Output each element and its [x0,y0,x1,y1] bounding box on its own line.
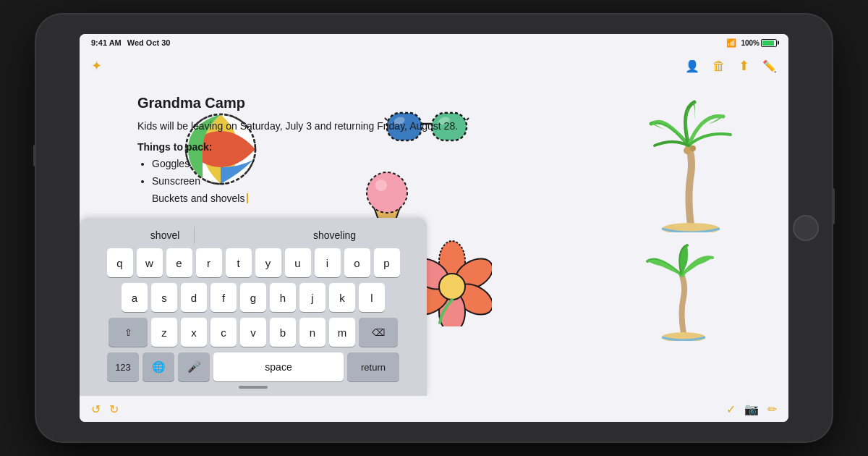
share-icon[interactable]: ⬆ [739,58,749,74]
autocomplete-bar: shovel shoveling [84,224,422,248]
note-section-title: Things to pack: [137,141,760,153]
space-key[interactable]: space [213,352,344,381]
status-bar: 9:41 AM Wed Oct 30 📶 100% [80,34,788,51]
note-title: Grandma Camp [137,95,760,111]
key-m[interactable]: m [329,318,355,347]
key-g[interactable]: g [240,283,266,312]
return-key[interactable]: return [347,352,399,381]
delete-icon[interactable]: 🗑 [712,59,726,74]
autocomplete-word-2[interactable]: shoveling [299,227,370,244]
keyboard-row-2: a s d f g h j k l [84,283,422,312]
key-s[interactable]: s [151,283,177,312]
wifi-icon: 📶 [726,38,736,48]
list-item-1: Goggles [152,156,760,173]
status-right: 📶 100% [726,38,777,48]
autocomplete-word-1[interactable]: shovel [136,227,195,244]
key-y[interactable]: y [255,248,281,277]
shift-key[interactable]: ⇧ [109,318,148,347]
keyboard-panel[interactable]: shovel shoveling q w e r t y u i o [80,218,427,396]
date-display: Wed Oct 30 [127,38,171,47]
collaborators-icon[interactable]: 👤 [685,59,699,73]
battery-indicator: 100% [741,39,777,47]
keyboard-row-1: q w e r t y u i o p [84,248,422,277]
keyboard-rows: q w e r t y u i o p a s [84,248,422,381]
note-body: Kids will be leaving on Saturday, July 3… [137,119,760,134]
numbers-key[interactable]: 123 [107,352,139,381]
key-t[interactable]: t [226,248,252,277]
text-cursor [247,193,248,203]
camera-icon[interactable]: 📷 [744,402,759,416]
battery-fill [762,41,774,46]
bottom-toolbar-left: ↺ ↻ [91,402,119,416]
home-button[interactable] [793,215,819,241]
ipad-screen: 9:41 AM Wed Oct 30 📶 100% ✦ 👤 🗑 [80,34,788,422]
content-area: Grandma Camp Kids will be leaving on Sat… [80,80,788,396]
key-o[interactable]: o [344,248,370,277]
power-button [832,188,835,224]
battery-bar [761,39,777,47]
key-b[interactable]: b [270,318,296,347]
top-toolbar: ✦ 👤 🗑 ⬆ ✏️ [80,51,788,80]
keyboard-row-4: 123 🌐 🎤 space return [84,352,422,381]
key-f[interactable]: f [210,283,237,312]
key-e[interactable]: e [166,248,192,277]
key-j[interactable]: j [299,283,326,312]
key-c[interactable]: c [210,318,237,347]
key-k[interactable]: k [329,283,355,312]
toolbar-left: ✦ [91,58,102,74]
bottom-toolbar: ↺ ↻ ✓ 📷 ✏ [80,396,788,422]
key-h[interactable]: h [270,283,296,312]
toolbar-right: 👤 🗑 ⬆ ✏️ [685,58,777,74]
key-i[interactable]: i [315,248,341,277]
keyboard-handle [239,386,268,389]
key-r[interactable]: r [196,248,222,277]
list-item-2: Sunscreen [152,173,760,190]
keyboard-row-3: ⇧ z x c v b n m ⌫ [84,318,422,347]
bottom-toolbar-right: ✓ 📷 ✏ [726,402,777,416]
key-l[interactable]: l [359,283,385,312]
key-p[interactable]: p [374,248,400,277]
key-n[interactable]: n [299,318,326,347]
delete-key[interactable]: ⌫ [359,318,398,347]
undo-icon[interactable]: ↺ [91,402,101,416]
key-u[interactable]: u [285,248,311,277]
key-x[interactable]: x [181,318,207,347]
pencil-icon[interactable]: ✏ [767,402,777,416]
volume-button [33,145,36,166]
key-d[interactable]: d [181,283,207,312]
ipad-frame: 9:41 AM Wed Oct 30 📶 100% ✦ 👤 🗑 [36,14,832,442]
redo-icon[interactable]: ↻ [109,402,119,416]
status-left: 9:41 AM Wed Oct 30 [91,38,171,47]
list-item-3: Buckets and shovels [152,190,760,208]
checkmark-icon[interactable]: ✓ [726,402,736,416]
key-a[interactable]: a [122,283,148,312]
time-display: 9:41 AM [91,38,122,47]
cursor-icon[interactable]: ✦ [91,58,102,74]
compose-icon[interactable]: ✏️ [762,59,777,73]
key-q[interactable]: q [107,248,133,277]
key-w[interactable]: w [137,248,163,277]
globe-key[interactable]: 🌐 [142,352,174,381]
key-v[interactable]: v [240,318,266,347]
note-list: Goggles Sunscreen Buckets and shovels [137,156,760,207]
key-z[interactable]: z [151,318,177,347]
mic-key[interactable]: 🎤 [178,352,210,381]
battery-percent: 100% [741,39,760,47]
